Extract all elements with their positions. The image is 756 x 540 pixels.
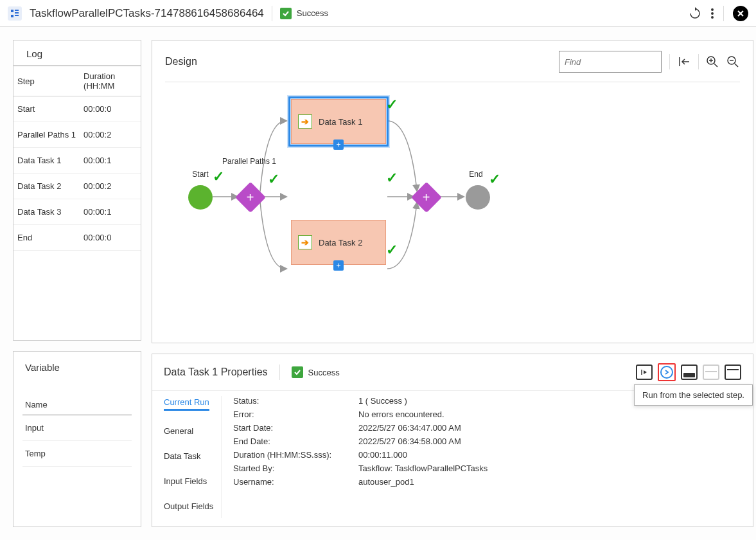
expand-icon[interactable]: + <box>333 260 344 271</box>
log-scroll[interactable]: Step Duration (HH:MM Start00:00:0 Parall… <box>13 66 141 340</box>
end-node[interactable] <box>466 185 490 210</box>
task-label: Data Task 2 <box>319 238 362 248</box>
run-selected-highlight <box>658 363 676 381</box>
layout-split-icon[interactable] <box>703 364 719 380</box>
parallel-start-node[interactable]: + <box>240 186 261 208</box>
properties-title: Data Task 1 Properties <box>164 366 268 378</box>
svg-point-7 <box>711 16 714 19</box>
label-start-date: Start Date: <box>233 423 358 433</box>
zoom-out-icon[interactable] <box>726 55 740 69</box>
tab-general[interactable]: General <box>164 426 215 436</box>
tab-data-task[interactable]: Data Task <box>164 451 215 461</box>
log-panel: Log Step Duration (HH:MM Start00:00:0 Pa… <box>13 40 141 341</box>
design-canvas[interactable]: Start ✓ + Parallel Paths 1 ✓ ➔ Data Task… <box>165 82 740 332</box>
variable-table: Name Input Temp <box>22 395 132 467</box>
step-into-icon[interactable] <box>636 364 653 380</box>
run-from-selected-button[interactable] <box>660 366 673 379</box>
top-header: TaskflowParallelPCTasks-7147886164586864… <box>0 0 756 27</box>
value-username: autouser_pod1 <box>358 477 741 487</box>
value-started-by: Taskflow: TaskflowParallelPCTasks <box>358 464 741 473</box>
log-row[interactable]: Data Task 100:00:1 <box>13 148 141 174</box>
label-username: Username: <box>233 477 358 487</box>
label-started-by: Started By: <box>233 464 358 473</box>
svg-line-10 <box>714 64 717 67</box>
data-task-1-node[interactable]: ➔ Data Task 1 + <box>291 99 386 144</box>
left-column: Log Step Duration (HH:MM Start00:00:0 Pa… <box>13 40 141 527</box>
divider <box>279 364 280 380</box>
task-icon: ➔ <box>298 114 312 129</box>
right-column: Design <box>152 40 756 527</box>
expand-icon[interactable]: + <box>333 140 344 150</box>
properties-details: Status: 1 ( Success ) Error: No errors e… <box>233 396 741 518</box>
check-icon: ✓ <box>386 96 398 113</box>
tab-current-run[interactable]: Current Run <box>164 397 209 411</box>
log-row[interactable]: Data Task 200:00:2 <box>13 174 141 199</box>
task-label: Data Task 1 <box>319 117 362 127</box>
log-row[interactable]: Data Task 300:00:1 <box>13 199 141 225</box>
tab-input-fields[interactable]: Input Fields <box>164 476 215 486</box>
layout-bottom-icon[interactable] <box>681 364 698 380</box>
svg-point-5 <box>711 8 714 11</box>
check-icon <box>292 366 303 378</box>
parallel-end-node[interactable]: + <box>416 186 437 208</box>
props-status-text: Success <box>308 368 340 377</box>
properties-panel: Data Task 1 Properties Success <box>152 354 753 527</box>
value-end-date: 2022/5/27 06:34:58.000 AM <box>358 437 741 446</box>
task-icon: ➔ <box>298 235 312 249</box>
data-task-2-node[interactable]: ➔ Data Task 2 + <box>291 220 386 265</box>
design-title: Design <box>165 56 197 68</box>
go-first-icon[interactable] <box>678 55 692 68</box>
taskflow-icon <box>8 6 22 21</box>
properties-tabs: Current Run General Data Task Input Fiel… <box>164 396 222 518</box>
variable-col-name: Name <box>22 395 132 415</box>
svg-rect-2 <box>15 10 19 11</box>
properties-body: Current Run General Data Task Input Fiel… <box>152 391 753 523</box>
zoom-in-icon[interactable] <box>705 55 719 69</box>
start-label: Start <box>184 170 216 179</box>
start-node[interactable] <box>188 185 213 210</box>
divider <box>272 6 272 21</box>
svg-rect-1 <box>11 15 13 17</box>
log-row[interactable]: Parallel Paths 100:00:2 <box>13 122 141 148</box>
variable-row[interactable]: Temp <box>22 441 132 467</box>
status-badge: Success <box>280 8 328 19</box>
find-input[interactable] <box>559 51 662 73</box>
check-icon: ✓ <box>386 170 398 186</box>
log-row[interactable]: Start00:00:0 <box>13 96 141 122</box>
check-icon: ✓ <box>386 242 398 258</box>
design-toolbar <box>678 54 740 69</box>
properties-toolbar <box>636 363 741 381</box>
divider <box>698 54 699 69</box>
more-menu-icon[interactable] <box>710 7 714 20</box>
top-actions <box>689 6 748 21</box>
divider <box>669 54 670 69</box>
design-header: Design <box>165 51 740 82</box>
design-panel: Design <box>152 40 753 343</box>
divider <box>723 6 724 21</box>
props-status-badge: Success <box>292 366 340 378</box>
value-duration: 00:00:11.000 <box>358 450 741 460</box>
tooltip-run-from-selected: Run from the selected step. <box>634 384 753 406</box>
svg-rect-4 <box>15 15 19 16</box>
tab-output-fields[interactable]: Output Fields <box>164 501 215 511</box>
label-error: Error: <box>233 410 358 419</box>
status-text: Success <box>297 8 328 18</box>
refresh-icon[interactable] <box>689 7 701 20</box>
variable-title: Variable <box>22 361 132 395</box>
label-end-date: End Date: <box>233 437 358 446</box>
check-icon: ✓ <box>213 168 224 185</box>
layout-full-icon[interactable] <box>725 364 741 380</box>
svg-rect-0 <box>11 10 13 12</box>
main-layout: Log Step Duration (HH:MM Start00:00:0 Pa… <box>0 27 756 540</box>
label-status: Status: <box>233 396 358 406</box>
check-icon <box>280 8 292 19</box>
svg-line-14 <box>735 64 738 67</box>
log-title: Log <box>13 40 141 66</box>
variable-row[interactable]: Input <box>22 415 132 441</box>
close-icon[interactable] <box>733 6 748 21</box>
value-start-date: 2022/5/27 06:34:47.000 AM <box>358 423 741 433</box>
log-table: Step Duration (HH:MM Start00:00:0 Parall… <box>13 66 141 251</box>
check-icon: ✓ <box>268 171 279 188</box>
parallel-label: Parallel Paths 1 <box>220 157 278 166</box>
log-row[interactable]: End00:00:0 <box>13 225 141 251</box>
